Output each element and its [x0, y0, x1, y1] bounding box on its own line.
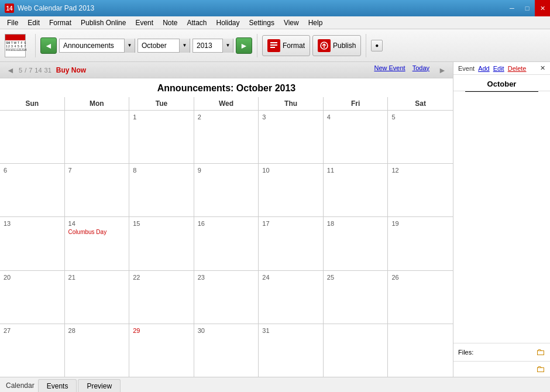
calendar-type-dropdown[interactable]: Announcements ▼: [59, 39, 135, 53]
table-row[interactable]: 22: [129, 271, 194, 324]
edit-link[interactable]: Edit: [493, 65, 504, 72]
files-folder-icon[interactable]: 🗀: [536, 347, 545, 357]
menu-holiday[interactable]: Holiday: [212, 18, 245, 28]
table-row[interactable]: 5: [388, 111, 453, 163]
menu-note[interactable]: Note: [158, 18, 182, 28]
table-row[interactable]: 21: [65, 271, 130, 324]
menu-settings[interactable]: Settings: [245, 18, 279, 28]
table-row[interactable]: 24: [259, 271, 324, 324]
header-mon: Mon: [65, 97, 130, 110]
cal-week-1: 1 2 3 4 5: [0, 111, 453, 164]
table-row[interactable]: 16: [194, 217, 259, 270]
right-panel-content: [453, 92, 550, 343]
table-row[interactable]: 31: [259, 324, 324, 377]
calendar-type-arrow[interactable]: ▼: [124, 39, 135, 53]
menu-view[interactable]: View: [279, 18, 304, 28]
header-tue: Tue: [129, 97, 194, 110]
svg-rect-1: [270, 44, 277, 46]
nav-next-arrow[interactable]: ►: [436, 64, 448, 76]
publish-button[interactable]: Publish: [312, 35, 361, 56]
table-row[interactable]: 29: [129, 324, 194, 377]
cal-week-4: 20 21 22 23 24 25 26: [0, 271, 453, 324]
new-event-link[interactable]: New Event: [374, 64, 405, 76]
table-row[interactable]: 11: [324, 164, 389, 216]
table-row[interactable]: 7: [65, 164, 130, 216]
nav-dates: 5 / 7 14 31: [19, 67, 51, 74]
cal-week-5: 27 28 29 30 31: [0, 324, 453, 377]
menu-bar: File Edit Format Publish Online Event No…: [0, 16, 550, 29]
table-row[interactable]: 28: [65, 324, 130, 377]
right-panel-close[interactable]: ✕: [540, 64, 545, 72]
menu-edit[interactable]: Edit: [23, 18, 44, 28]
table-row[interactable]: 2: [194, 111, 259, 163]
table-row[interactable]: 12: [388, 164, 453, 216]
table-row[interactable]: 30: [194, 324, 259, 377]
table-row[interactable]: 19: [388, 217, 453, 270]
options-button[interactable]: ●: [371, 40, 383, 51]
month-arrow[interactable]: ▼: [179, 39, 190, 53]
table-row[interactable]: 17: [259, 217, 324, 270]
table-row[interactable]: 4: [324, 111, 389, 163]
table-row[interactable]: 26: [388, 271, 453, 324]
events-tab[interactable]: Events: [38, 379, 77, 392]
delete-link[interactable]: Delete: [508, 65, 527, 72]
table-row[interactable]: 27: [0, 324, 65, 377]
menu-format[interactable]: Format: [44, 18, 76, 28]
toolbar-sep-1: [35, 34, 36, 57]
calendar-grid: Sun Mon Tue Wed Thu Fri Sat 1 2 3 4 5: [0, 97, 453, 377]
format-label: Format: [283, 42, 305, 50]
calendar-title: Announcements: October 2013: [0, 78, 453, 97]
table-row[interactable]: [324, 324, 389, 377]
table-row[interactable]: [388, 324, 453, 377]
table-row[interactable]: 3: [259, 111, 324, 163]
menu-publish-online[interactable]: Publish Online: [76, 18, 130, 28]
table-row[interactable]: 18: [324, 217, 389, 270]
today-link[interactable]: Today: [412, 64, 429, 76]
title-bar: 14 Web Calendar Pad 2013 ─ □ ✕: [0, 0, 550, 16]
year-value: 2013: [193, 42, 222, 50]
prev-month-button[interactable]: ◄: [40, 37, 57, 54]
add-link[interactable]: Add: [478, 65, 490, 72]
year-arrow[interactable]: ▼: [222, 39, 233, 53]
menu-help[interactable]: Help: [304, 18, 328, 28]
year-dropdown[interactable]: 2013 ▼: [192, 39, 233, 53]
table-row[interactable]: 15: [129, 217, 194, 270]
table-row[interactable]: 8: [129, 164, 194, 216]
nav-prev-arrow[interactable]: ◄: [5, 64, 16, 76]
table-row[interactable]: 1: [129, 111, 194, 163]
next-month-button[interactable]: ►: [236, 37, 252, 54]
menu-event[interactable]: Event: [130, 18, 158, 28]
menu-file[interactable]: File: [2, 18, 23, 28]
table-row[interactable]: 25: [324, 271, 389, 324]
preview-tab[interactable]: Preview: [78, 379, 121, 392]
window-controls: ─ □ ✕: [504, 0, 550, 16]
nav-bar: ◄ 5 / 7 14 31 Buy Now New Event Today ►: [0, 62, 453, 78]
close-button[interactable]: ✕: [535, 0, 550, 16]
columbus-day-event[interactable]: Columbus Day: [68, 229, 126, 235]
minimize-button[interactable]: ─: [504, 0, 520, 16]
month-dropdown[interactable]: October ▼: [138, 39, 190, 53]
mini-cal-header: [5, 35, 25, 40]
table-row[interactable]: 14 Columbus Day: [65, 217, 130, 270]
header-wed: Wed: [194, 97, 259, 110]
table-row[interactable]: 10: [259, 164, 324, 216]
table-row[interactable]: [0, 111, 65, 163]
bottom-folder-icon[interactable]: 🗀: [536, 364, 545, 374]
format-icon: [267, 39, 280, 52]
buy-now-link[interactable]: Buy Now: [56, 66, 86, 74]
format-button[interactable]: Format: [262, 35, 310, 56]
table-row[interactable]: 20: [0, 271, 65, 324]
table-row[interactable]: 9: [194, 164, 259, 216]
table-row[interactable]: 6: [0, 164, 65, 216]
mini-cal-grid: SMTWTFS 1234567 891011121314: [5, 40, 25, 52]
menu-attach[interactable]: Attach: [182, 18, 211, 28]
table-row[interactable]: [65, 111, 130, 163]
mini-calendar-icon[interactable]: SMTWTFS 1234567 891011121314: [5, 34, 26, 57]
right-panel-header: Event Add Edit Delete ✕: [453, 62, 550, 75]
table-row[interactable]: 23: [194, 271, 259, 324]
tab-bar: Calendar Events Preview: [0, 377, 550, 392]
right-panel-bottom: 🗀: [453, 361, 550, 377]
table-row[interactable]: 13: [0, 217, 65, 270]
publish-label: Publish: [333, 42, 356, 50]
maximize-button[interactable]: □: [520, 0, 535, 16]
